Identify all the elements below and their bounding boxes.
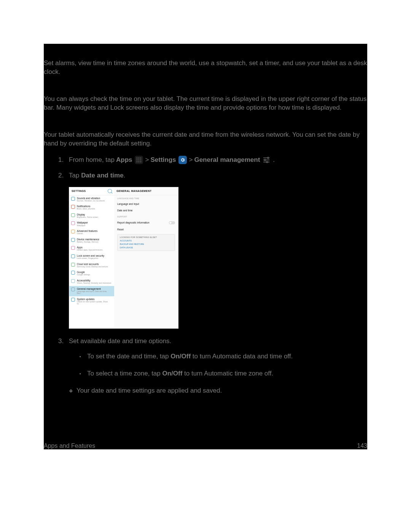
shot-right-title: GENERAL MANAGEMENT [116, 190, 151, 193]
sidebar-item[interactable]: Sounds and vibrationSounds, Vibration, D… [69, 195, 114, 204]
sidebar-item-icon [71, 221, 75, 225]
sidebar-item-subtitle: Games [77, 233, 97, 235]
shot-row-language-input[interactable]: Language and input [114, 201, 178, 207]
sidebar-item[interactable]: GoogleGoogle settings [69, 269, 114, 278]
footer-section: Apps and Features [44, 443, 95, 449]
shot-section-support: SUPPORT [114, 214, 178, 219]
sidebar-item-subtitle: Wallpaper [77, 225, 88, 227]
sidebar-item[interactable]: AccessibilityVision, Hearing, Dexterity … [69, 278, 114, 286]
sidebar-item[interactable]: WallpaperWallpaper [69, 220, 114, 228]
sidebar-item-title: Notifications [77, 205, 95, 208]
svg-point-7 [138, 161, 139, 163]
sidebar-item-title: Advanced features [77, 230, 97, 232]
sidebar-item-title: Lock screen and security [77, 254, 104, 257]
step1-apps-label: Apps [116, 156, 132, 165]
shot-card-link[interactable]: DATA USAGE [120, 246, 172, 249]
sidebar-item[interactable]: DisplayBrightness, Home screen [69, 212, 114, 220]
sidebar-item[interactable]: AppsDefault apps, App permissions [69, 244, 114, 253]
steps-list-cont: Set available date and time options. [44, 337, 367, 346]
svg-point-4 [138, 160, 139, 161]
sidebar-item-title: Wallpaper [77, 221, 88, 224]
settings-screenshot: SETTINGS Sounds and vibrationSounds, Vib… [69, 187, 178, 329]
step1-sep-c: > [189, 156, 193, 165]
sidebar-item-icon [71, 213, 75, 217]
bullet-set-date: To set the date and time, tap On/Off to … [80, 352, 367, 361]
sidebar-item-subtitle: Battery, Storage, Memory [77, 241, 99, 243]
sidebar-item-icon [71, 263, 75, 267]
sidebar-item[interactable]: Advanced featuresGames [69, 228, 114, 236]
sliders-icon [262, 156, 271, 164]
sidebar-item-icon [71, 246, 75, 250]
svg-point-1 [138, 158, 139, 159]
shot-row-reset[interactable]: Reset [114, 226, 178, 233]
svg-point-0 [136, 158, 137, 159]
settings-gear-icon [178, 156, 187, 164]
sidebar-item[interactable]: Device maintenanceBattery, Storage, Memo… [69, 236, 114, 245]
svg-point-6 [136, 161, 137, 163]
sidebar-item-icon [71, 271, 75, 275]
sidebar-item[interactable]: System updatesCheck for new system updat… [69, 296, 114, 307]
shot-card-link[interactable]: ACCOUNTS [120, 240, 172, 242]
sidebar-item[interactable]: Lock screen and securityLock screen, Fin… [69, 253, 114, 261]
svg-point-5 [140, 160, 141, 161]
intro-paragraph: Set alarms, view time in time zones arou… [44, 59, 367, 77]
steps-list: From home, tap Apps > [44, 156, 367, 180]
svg-point-8 [140, 161, 141, 163]
sidebar-item-subtitle: Samsung Cloud, Backup and restore [77, 266, 108, 268]
sidebar-item-icon [71, 197, 75, 201]
sidebar-item-subtitle: Block, allow, prioritize [77, 208, 95, 210]
sidebar-item-title: Display [77, 213, 98, 216]
footer-page-number: 143 [357, 443, 367, 449]
search-icon[interactable] [108, 189, 112, 193]
sidebar-item-icon [71, 298, 75, 302]
sidebar-item-subtitle: Google settings [77, 274, 90, 276]
shot-row-date-time[interactable]: Date and time [114, 207, 178, 214]
sidebar-item-subtitle: Lock screen, Fingerprints [77, 257, 104, 260]
step1-period: . [273, 156, 275, 165]
step2-text-c: . [124, 172, 126, 179]
sidebar-item-subtitle: Sounds, Vibration, Do not disturb [77, 200, 105, 202]
sidebar-item[interactable]: General managementLanguage and input, Da… [69, 286, 114, 296]
sidebar-item-title: System updates [77, 298, 112, 300]
check-time-paragraph: You can always check the time on your ta… [44, 95, 367, 112]
svg-point-13 [264, 159, 266, 161]
shot-left-title: SETTINGS [72, 190, 86, 193]
sidebar-item-icon [71, 254, 75, 258]
sidebar-item-icon [71, 288, 75, 291]
bullet-set-tz: To select a time zone, tap On/Off to tur… [80, 369, 367, 378]
sidebar-item-icon [71, 230, 75, 233]
shot-card-title: LOOKING FOR SOMETHING ELSE? [120, 236, 172, 238]
step1-gm-label: General management [194, 156, 260, 165]
step-3: Set available date and time options. [69, 337, 367, 346]
sidebar-item-title: General management [77, 288, 112, 290]
shot-card-link[interactable]: BACKUP AND RESTORE [120, 243, 172, 245]
step-1: From home, tap Apps > [69, 156, 367, 165]
sidebar-item-title: Google [77, 271, 90, 273]
step2-date-and-time: Date and time [81, 172, 123, 179]
svg-point-3 [136, 160, 137, 161]
sidebar-item[interactable]: Cloud and accountsSamsung Cloud, Backup … [69, 261, 114, 270]
sidebar-item-title: Sounds and vibration [77, 197, 105, 200]
sidebar-item-icon [71, 238, 75, 242]
sidebar-item[interactable]: NotificationsBlock, allow, prioritize [69, 203, 114, 212]
sidebar-item-subtitle: Brightness, Home screen [77, 216, 98, 219]
shot-row-report[interactable]: Report diagnostic information [114, 219, 178, 226]
sidebar-item-title: Apps [77, 246, 103, 249]
toggle-off-icon[interactable] [169, 221, 175, 224]
step1-sep-b: > [145, 156, 149, 165]
sidebar-item-title: Device maintenance [77, 238, 99, 241]
svg-point-2 [140, 158, 141, 159]
svg-point-14 [266, 161, 268, 163]
shot-row-report-label: Report diagnostic information [117, 221, 150, 224]
result-bullet: Your date and time settings are applied … [69, 387, 367, 395]
step1-text-a: From home, tap [69, 156, 115, 165]
sidebar-item-icon [71, 205, 75, 209]
sub-bullets: To set the date and time, tap On/Off to … [80, 352, 367, 378]
sidebar-item-subtitle: Check for new system update, Show sy… [77, 301, 112, 305]
sidebar-item-subtitle: Default apps, App permissions [77, 249, 103, 251]
sidebar-item-subtitle: Language and input, Date and time, Res… [77, 291, 112, 295]
step-2: Tap Date and time. [69, 171, 367, 180]
sidebar-item-title: Accessibility [77, 279, 112, 282]
sidebar-item-subtitle: Vision, Hearing, Dexterity and interacti… [77, 282, 112, 284]
apps-grid-icon [135, 156, 143, 164]
